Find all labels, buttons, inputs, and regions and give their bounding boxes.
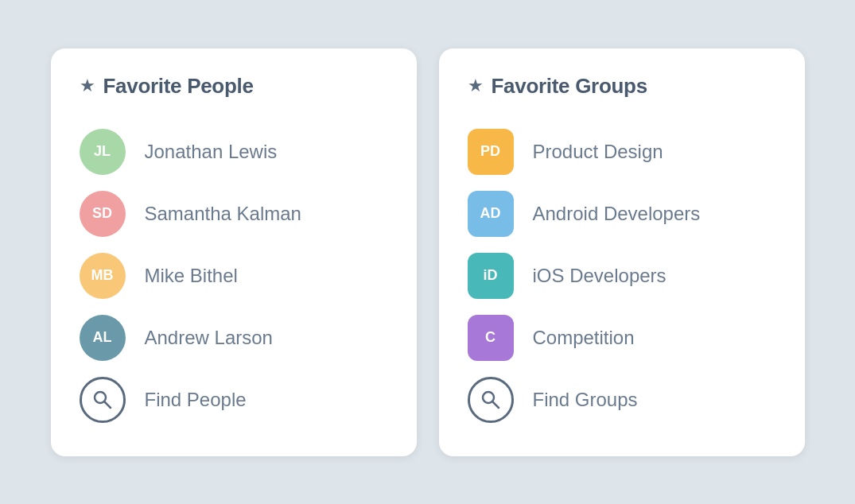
person-name-samantha: Samantha Kalman xyxy=(145,203,301,225)
find-groups-label: Find Groups xyxy=(533,389,638,411)
favorite-groups-card: ★ Favorite Groups PD Product Design AD A… xyxy=(439,48,805,456)
list-item[interactable]: PD Product Design xyxy=(468,121,776,183)
list-item[interactable]: JL Jonathan Lewis xyxy=(80,121,388,183)
avatar-al: AL xyxy=(80,315,126,361)
find-people-item[interactable]: Find People xyxy=(80,369,388,431)
favorite-people-card: ★ Favorite People JL Jonathan Lewis SD S… xyxy=(51,48,417,456)
person-name-mike: Mike Bithel xyxy=(145,265,238,287)
people-card-title: Favorite People xyxy=(103,74,254,99)
groups-card-header: ★ Favorite Groups xyxy=(468,74,776,99)
star-icon: ★ xyxy=(80,76,95,96)
group-name-competition: Competition xyxy=(533,327,635,349)
group-name-ios: iOS Developers xyxy=(533,265,667,287)
svg-line-3 xyxy=(492,401,499,408)
cards-container: ★ Favorite People JL Jonathan Lewis SD S… xyxy=(32,29,824,475)
list-item[interactable]: iD iOS Developers xyxy=(468,245,776,307)
list-item[interactable]: AD Android Developers xyxy=(468,183,776,245)
avatar-pd: PD xyxy=(468,129,514,175)
list-item[interactable]: C Competition xyxy=(468,307,776,369)
people-card-header: ★ Favorite People xyxy=(80,74,388,99)
list-item[interactable]: MB Mike Bithel xyxy=(80,245,388,307)
avatar-c: C xyxy=(468,315,514,361)
avatar-id: iD xyxy=(468,253,514,299)
avatar-sd: SD xyxy=(80,191,126,237)
person-name-jonathan: Jonathan Lewis xyxy=(145,141,278,163)
avatar-ad: AD xyxy=(468,191,514,237)
find-groups-item[interactable]: Find Groups xyxy=(468,369,776,431)
find-people-icon xyxy=(80,377,126,423)
svg-line-1 xyxy=(104,401,111,408)
list-item[interactable]: AL Andrew Larson xyxy=(80,307,388,369)
avatar-jl: JL xyxy=(80,129,126,175)
group-name-android: Android Developers xyxy=(533,203,701,225)
find-groups-icon xyxy=(468,377,514,423)
star-icon: ★ xyxy=(468,76,484,96)
person-name-andrew: Andrew Larson xyxy=(145,327,273,349)
find-people-label: Find People xyxy=(145,389,247,411)
list-item[interactable]: SD Samantha Kalman xyxy=(80,183,388,245)
groups-card-title: Favorite Groups xyxy=(492,74,647,99)
group-name-product-design: Product Design xyxy=(533,141,663,163)
avatar-mb: MB xyxy=(80,253,126,299)
